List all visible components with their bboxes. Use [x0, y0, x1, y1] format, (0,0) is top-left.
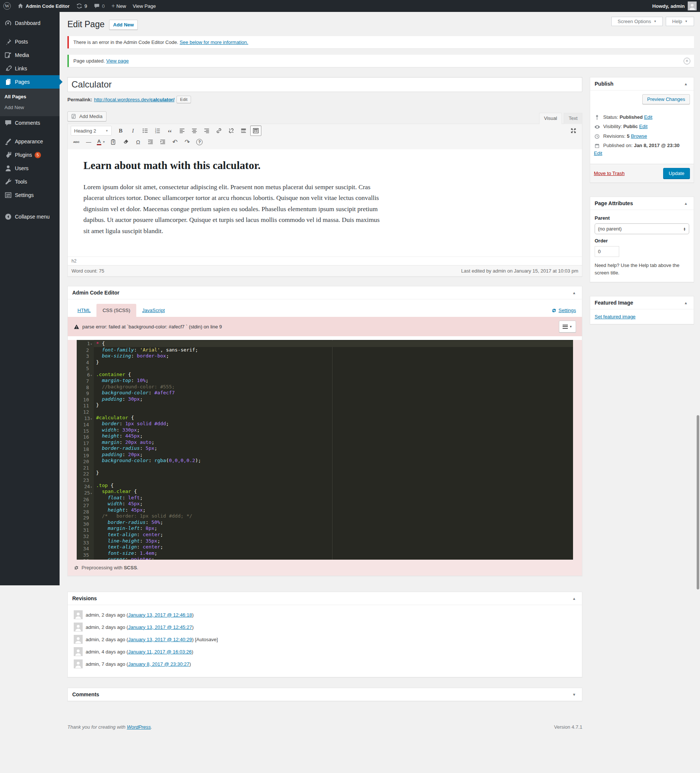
- remove-link-button[interactable]: [226, 125, 237, 136]
- blockquote-button[interactable]: “: [164, 125, 175, 136]
- add-media-button[interactable]: Add Media: [67, 111, 107, 122]
- sidebar-item-posts[interactable]: Posts: [0, 35, 59, 48]
- paste-as-text-button[interactable]: T: [108, 137, 119, 147]
- editor-menu-button[interactable]: ▼: [559, 321, 576, 332]
- align-left-button[interactable]: [176, 125, 188, 136]
- format-dropdown[interactable]: Heading 2▼: [71, 126, 112, 135]
- scrollbar-thumb[interactable]: [697, 415, 699, 589]
- revision-link[interactable]: January 13, 2017 @ 12:40:29: [128, 637, 192, 642]
- toolbar-toggle-button[interactable]: [250, 125, 261, 136]
- error-notice-link[interactable]: See below for more information.: [179, 39, 248, 45]
- page-attributes-header[interactable]: Page Attributes ▲: [590, 197, 693, 210]
- revision-link[interactable]: January 11, 2017 @ 16:03:26: [128, 649, 192, 655]
- read-more-button[interactable]: [238, 125, 249, 136]
- edit-link[interactable]: Edit: [644, 114, 652, 120]
- sidebar-item-users[interactable]: Users: [0, 161, 59, 175]
- site-name-link[interactable]: Admin Code Editor: [14, 0, 73, 12]
- bold-button[interactable]: B: [115, 125, 126, 136]
- sidebar-item-collapse[interactable]: Collapse menu: [0, 210, 59, 224]
- text-color-button[interactable]: A▼: [95, 137, 107, 147]
- updates-link[interactable]: 9: [73, 0, 90, 12]
- wp-logo-menu[interactable]: W: [0, 0, 14, 12]
- sidebar-item-appearance[interactable]: Appearance: [0, 135, 59, 148]
- toggle-up-icon[interactable]: ▲: [571, 291, 577, 295]
- revisions-header[interactable]: Revisions ▲: [68, 592, 582, 605]
- view-page-notice-link[interactable]: View page: [106, 58, 128, 64]
- set-featured-image-link[interactable]: Set featured image: [595, 314, 636, 319]
- fullscreen-button[interactable]: [568, 125, 579, 136]
- editor-content[interactable]: Learn about math with this calculator. L…: [68, 149, 582, 257]
- revision-link[interactable]: January 13, 2017 @ 12:45:27: [128, 625, 192, 630]
- order-input[interactable]: [595, 246, 619, 257]
- toggle-down-icon[interactable]: ▼: [571, 692, 577, 697]
- toggle-up-icon[interactable]: ▲: [682, 301, 689, 305]
- sidebar-item-comments[interactable]: Comments: [0, 116, 59, 130]
- wordpress-footer-link[interactable]: WordPress: [127, 724, 151, 730]
- sidebar-item-links[interactable]: Links: [0, 62, 59, 75]
- sidebar-item-pages[interactable]: Pages: [0, 75, 59, 89]
- comments-header[interactable]: Comments ▼: [68, 688, 582, 701]
- sidebar-subitem-all-pages[interactable]: All Pages: [0, 91, 59, 102]
- sidebar-item-media[interactable]: Media: [0, 48, 59, 62]
- featured-image-header[interactable]: Featured Image ▲: [590, 296, 693, 309]
- title-input[interactable]: [67, 77, 582, 92]
- outdent-button[interactable]: [145, 137, 156, 147]
- fold-caret-icon[interactable]: ▾: [90, 485, 92, 489]
- indent-button[interactable]: [157, 137, 168, 147]
- help-button[interactable]: ?: [194, 137, 205, 147]
- sidebar-item-dashboard[interactable]: Dashboard: [0, 16, 59, 30]
- edit-link[interactable]: Edit: [639, 123, 647, 129]
- special-character-button[interactable]: Ω: [133, 137, 144, 147]
- sidebar-item-settings[interactable]: Settings: [0, 188, 59, 202]
- bullet-list-button[interactable]: [140, 125, 151, 136]
- tab-visual[interactable]: Visual: [539, 113, 562, 124]
- move-to-trash-link[interactable]: Move to Trash: [594, 171, 624, 176]
- revision-link[interactable]: January 13, 2017 @ 12:46:18: [128, 612, 192, 618]
- tab-html[interactable]: HTML: [74, 304, 94, 317]
- horizontal-rule-button[interactable]: —: [83, 137, 94, 147]
- new-content-link[interactable]: + New: [108, 0, 129, 12]
- fold-caret-icon[interactable]: ▾: [90, 342, 92, 346]
- revision-link[interactable]: January 8, 2017 @ 23:30:27: [128, 661, 189, 667]
- add-new-button[interactable]: Add New: [109, 20, 138, 30]
- tab-javascript[interactable]: JavaScript: [138, 304, 169, 317]
- numbered-list-button[interactable]: 123: [152, 125, 163, 136]
- permalink-edit-button[interactable]: Edit: [176, 96, 191, 103]
- redo-button[interactable]: ↷: [182, 137, 193, 147]
- tab-css-scss[interactable]: CSS (SCSS): [97, 304, 136, 317]
- undo-button[interactable]: ↶: [169, 137, 181, 147]
- italic-button[interactable]: I: [127, 125, 138, 136]
- align-center-button[interactable]: [189, 125, 200, 136]
- admin-code-editor-header[interactable]: Admin Code Editor ▲: [68, 286, 582, 299]
- sidebar-item-tools[interactable]: Tools: [0, 175, 59, 188]
- sidebar-subitem-add-new[interactable]: Add New: [0, 102, 59, 113]
- toggle-up-icon[interactable]: ▲: [682, 201, 689, 206]
- code-settings-link[interactable]: Settings: [551, 308, 576, 317]
- fold-caret-icon[interactable]: ▾: [90, 492, 92, 495]
- sidebar-item-plugins[interactable]: Plugins5: [0, 148, 59, 161]
- fold-caret-icon[interactable]: ▾: [90, 373, 92, 377]
- tab-text[interactable]: Text: [564, 113, 582, 124]
- browse-link[interactable]: Browse: [631, 133, 647, 139]
- my-account-link[interactable]: Howdy, admin: [649, 0, 700, 12]
- dismiss-notice-icon[interactable]: ✕: [684, 58, 690, 64]
- element-path[interactable]: h2: [68, 257, 582, 265]
- help-button[interactable]: Help ▼: [666, 17, 694, 26]
- preview-changes-button[interactable]: Preview Changes: [642, 94, 690, 104]
- publish-header[interactable]: Publish ▲: [590, 77, 693, 90]
- toggle-up-icon[interactable]: ▲: [682, 82, 689, 86]
- view-page-link[interactable]: View Page: [130, 0, 159, 12]
- permalink-link[interactable]: http://local.wordpress.dev/calculator/: [94, 97, 174, 102]
- screen-options-button[interactable]: Screen Options ▼: [611, 17, 663, 26]
- update-button[interactable]: Update: [663, 168, 690, 179]
- clear-formatting-button[interactable]: [120, 137, 131, 147]
- parent-select[interactable]: (no parent) ▲▼: [595, 224, 689, 234]
- insert-link-button[interactable]: [214, 125, 225, 136]
- edit-link[interactable]: Edit: [594, 150, 602, 156]
- align-right-button[interactable]: [201, 125, 212, 136]
- toggle-up-icon[interactable]: ▲: [571, 597, 577, 600]
- code-editor[interactable]: 1▾23456▾78910111213▾14151617181920212223…: [77, 340, 573, 560]
- comments-link[interactable]: 0: [90, 0, 108, 12]
- strikethrough-button[interactable]: ABC: [71, 137, 82, 147]
- fold-caret-icon[interactable]: ▾: [90, 417, 92, 421]
